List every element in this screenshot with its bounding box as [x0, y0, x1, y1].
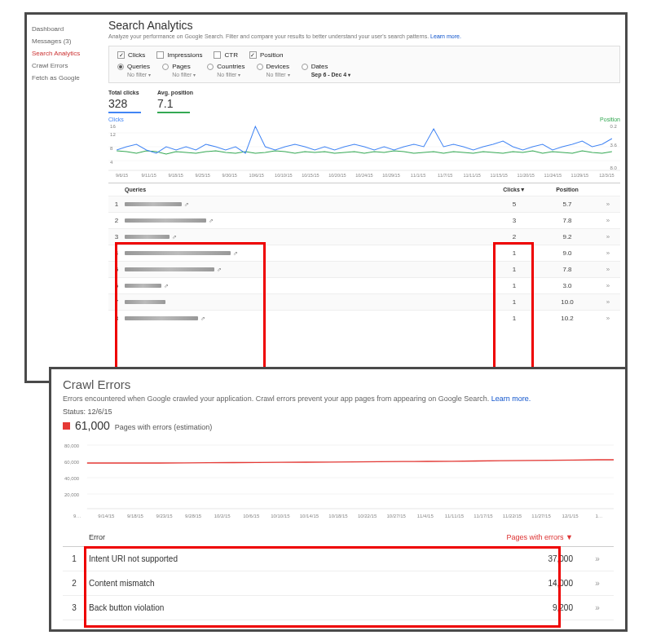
error-count: 61,000 [75, 419, 110, 432]
chevron-double-right-icon[interactable]: » [606, 217, 610, 224]
external-link-icon: ⇗ [233, 250, 238, 256]
chevron-double-right-icon[interactable]: » [595, 579, 600, 588]
main-content: Search Analytics Analyze your performanc… [108, 19, 620, 326]
metric-label: Total clicks [108, 90, 141, 95]
caret-down-icon: ▾ [348, 72, 350, 77]
page-title: Search Analytics [108, 19, 620, 32]
col-pages-with-errors[interactable]: Pages with errors ▼ [467, 533, 581, 541]
error-count-suffix: Pages with errors (estimation) [115, 423, 213, 431]
filter-devices[interactable]: No filter▾ [257, 72, 290, 77]
table-row[interactable]: 8⇗110.2» [108, 310, 620, 326]
table-row[interactable]: 7110.0» [108, 293, 620, 310]
legend-position: Position [600, 117, 620, 122]
checkbox-clicks[interactable]: ✓Clicks [117, 51, 145, 59]
chevron-double-right-icon[interactable]: » [606, 233, 610, 240]
metric-cards: Total clicks 328 Avg. position 7.1 [108, 90, 620, 113]
chart-legend: Clicks Position [108, 117, 620, 122]
chevron-double-right-icon[interactable]: » [595, 603, 600, 612]
table-row[interactable]: 3 Back button violation 9,200 » [63, 596, 614, 620]
sidebar-item-messages[interactable]: Messages (3) [32, 35, 104, 47]
metric-value: 7.1 [157, 95, 193, 112]
radio-dates[interactable]: Dates [302, 63, 328, 70]
external-link-icon: ⇗ [164, 283, 169, 289]
checkbox-impressions-label: Impressions [167, 51, 202, 59]
svg-text:60,000: 60,000 [64, 460, 80, 465]
query-table-body: 1⇗55.7» 2⇗37.8» 3⇗29.2» 4⇗19.0» 5⇗17.8» … [108, 196, 620, 326]
metric-value: 328 [108, 95, 141, 112]
chevron-double-right-icon[interactable]: » [606, 298, 610, 306]
error-pages: 37,000 [467, 554, 581, 563]
svg-text:16: 16 [110, 124, 116, 129]
filter-pages[interactable]: No filter▾ [162, 72, 196, 77]
query-table-header: Queries Clicks▼ Position [108, 183, 620, 196]
legend-square-icon [63, 422, 70, 430]
svg-text:12: 12 [110, 132, 116, 137]
external-link-icon: ⇗ [209, 218, 214, 223]
external-link-icon: ⇗ [184, 201, 189, 207]
radio-pages[interactable]: Pages [162, 63, 191, 70]
checkbox-position[interactable]: ✓Position [249, 51, 283, 59]
table-row[interactable]: 3⇗29.2» [108, 228, 620, 245]
error-count-row: 61,000 Pages with errors (estimation) [63, 419, 614, 432]
error-pages: 14,000 [467, 579, 581, 588]
svg-text:3.6: 3.6 [610, 143, 618, 148]
col-error[interactable]: Error [86, 533, 467, 541]
radio-queries[interactable]: Queries [117, 63, 150, 70]
caret-down-icon: ▾ [238, 72, 240, 77]
col-queries[interactable]: Queries [125, 187, 271, 192]
metric-label: Avg. position [157, 90, 193, 95]
metric-underline-green [157, 112, 190, 113]
search-analytics-panel: Dashboard Messages (3) Search Analytics … [24, 12, 628, 383]
chevron-double-right-icon[interactable]: » [606, 282, 610, 289]
table-row[interactable]: 5⇗17.8» [108, 261, 620, 277]
sidebar-item-crawl-errors[interactable]: Crawl Errors [32, 60, 104, 72]
page-subtitle: Analyze your performance on Google Searc… [108, 33, 620, 39]
radio-countries[interactable]: Countries [207, 63, 244, 70]
chevron-double-right-icon[interactable]: » [606, 266, 610, 273]
caret-down-icon: ▾ [148, 72, 151, 77]
subtitle-text: Errors encountered when Google crawled y… [63, 395, 491, 403]
table-row[interactable]: 2⇗37.8» [108, 212, 620, 228]
learn-more-link[interactable]: Learn more. [430, 33, 461, 39]
filter-countries[interactable]: No filter▾ [207, 72, 240, 77]
chevron-double-right-icon[interactable]: » [595, 554, 600, 563]
col-position[interactable]: Position [539, 187, 596, 192]
chevron-double-right-icon[interactable]: » [606, 249, 610, 257]
metric-underline-blue [108, 112, 141, 113]
svg-text:0.2: 0.2 [610, 124, 618, 129]
status-label: Status: [63, 408, 88, 416]
crawl-errors-chart: 80,000 60,000 40,000 20,000 [63, 437, 614, 510]
status-date: 12/6/15 [88, 408, 112, 416]
sidebar-item-fetch-as-google[interactable]: Fetch as Google [32, 72, 104, 84]
table-row[interactable]: 2 Content mismatch 14,000 » [63, 571, 614, 596]
chart-x-axis: 9/6/159/11/159/18/159/25/159/30/1510/6/1… [108, 173, 620, 178]
checkbox-ctr-label: CTR [224, 51, 237, 59]
external-link-icon: ⇗ [217, 267, 222, 272]
svg-text:80,000: 80,000 [64, 443, 80, 448]
sidebar-item-dashboard[interactable]: Dashboard [32, 23, 104, 35]
radio-devices[interactable]: Devices [257, 63, 289, 70]
filter-queries[interactable]: No filter▾ [117, 72, 151, 77]
col-clicks[interactable]: Clicks▼ [490, 187, 539, 192]
svg-text:40,000: 40,000 [64, 476, 80, 481]
crawl-errors-panel: Crawl Errors Errors encountered when Goo… [49, 367, 628, 632]
checkbox-impressions[interactable]: Impressions [156, 51, 202, 59]
error-name: Intent URI not supported [86, 554, 467, 563]
chevron-double-right-icon[interactable]: » [606, 201, 610, 208]
learn-more-link[interactable]: Learn more. [491, 395, 531, 403]
page-subtitle: Errors encountered when Google crawled y… [63, 395, 614, 403]
filter-dates[interactable]: Sep 6 - Dec 4▾ [302, 72, 351, 77]
table-row[interactable]: 4⇗19.0» [108, 245, 620, 261]
filter-panel: ✓Clicks Impressions CTR ✓Position Querie… [108, 46, 620, 83]
sidebar-item-search-analytics[interactable]: Search Analytics [32, 47, 104, 60]
table-row[interactable]: 1 Intent URI not supported 37,000 » [63, 547, 614, 571]
line-chart: 16 12 8 4 0.2 3.6 8.0 [108, 122, 620, 171]
metric-checkboxes: ✓Clicks Impressions CTR ✓Position [117, 51, 611, 59]
table-row[interactable]: 6⇗13.0» [108, 277, 620, 293]
chevron-double-right-icon[interactable]: » [606, 315, 610, 322]
error-pages: 9,200 [467, 603, 581, 612]
svg-text:8.0: 8.0 [610, 165, 618, 170]
checkbox-ctr[interactable]: CTR [214, 51, 237, 59]
external-link-icon: ⇗ [172, 234, 177, 240]
table-row[interactable]: 1⇗55.7» [108, 196, 620, 212]
